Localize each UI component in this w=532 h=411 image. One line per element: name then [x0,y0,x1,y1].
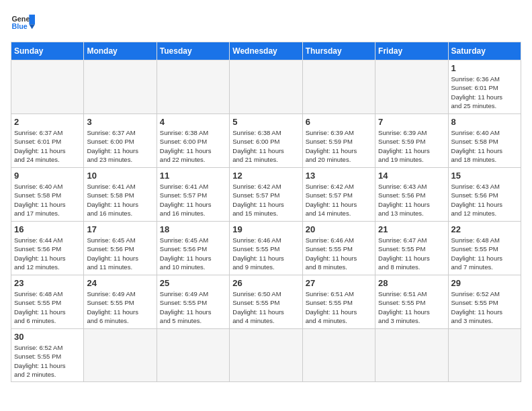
day-info: Sunrise: 6:39 AM Sunset: 5:59 PM Dayligh… [378,128,445,164]
day-number: 29 [451,278,518,288]
svg-text:Blue: Blue [11,22,27,30]
calendar-cell: 28Sunrise: 6:51 AM Sunset: 5:55 PM Dayli… [375,275,448,329]
day-number: 16 [14,224,81,234]
calendar-cell: 8Sunrise: 6:40 AM Sunset: 5:58 PM Daylig… [448,114,521,168]
calendar-cell: 9Sunrise: 6:40 AM Sunset: 5:58 PM Daylig… [11,168,84,222]
calendar-cell: 19Sunrise: 6:46 AM Sunset: 5:55 PM Dayli… [230,222,302,275]
calendar-cell: 13Sunrise: 6:42 AM Sunset: 5:57 PM Dayli… [302,168,375,222]
calendar-cell [11,60,84,114]
calendar-cell: 22Sunrise: 6:48 AM Sunset: 5:55 PM Dayli… [448,222,521,275]
day-info: Sunrise: 6:46 AM Sunset: 5:55 PM Dayligh… [306,236,372,271]
day-info: Sunrise: 6:51 AM Sunset: 5:55 PM Dayligh… [378,289,445,325]
calendar-cell: 20Sunrise: 6:46 AM Sunset: 5:55 PM Dayli… [302,222,375,275]
day-header-thursday: Thursday [302,42,375,60]
calendar-cell: 5Sunrise: 6:38 AM Sunset: 6:00 PM Daylig… [230,114,302,168]
day-number: 10 [87,171,153,181]
day-info: Sunrise: 6:43 AM Sunset: 5:56 PM Dayligh… [378,182,445,218]
calendar-cell: 24Sunrise: 6:49 AM Sunset: 5:55 PM Dayli… [84,275,157,329]
day-info: Sunrise: 6:38 AM Sunset: 6:00 PM Dayligh… [160,128,226,164]
day-number: 18 [160,224,226,234]
day-header-saturday: Saturday [448,42,521,60]
week-row-3: 9Sunrise: 6:40 AM Sunset: 5:58 PM Daylig… [11,168,521,222]
calendar-cell: 17Sunrise: 6:45 AM Sunset: 5:56 PM Dayli… [84,222,157,275]
day-header-tuesday: Tuesday [157,42,229,60]
day-header-sunday: Sunday [11,42,84,60]
day-header-monday: Monday [84,42,157,60]
day-number: 12 [232,171,299,181]
day-number: 1 [451,63,518,73]
calendar-cell: 16Sunrise: 6:44 AM Sunset: 5:56 PM Dayli… [11,222,84,275]
calendar-cell [375,60,448,114]
day-number: 17 [87,224,153,234]
day-header-friday: Friday [375,42,448,60]
day-info: Sunrise: 6:46 AM Sunset: 5:55 PM Dayligh… [232,236,299,271]
week-row-6: 30Sunrise: 6:52 AM Sunset: 5:55 PM Dayli… [11,329,521,382]
day-info: Sunrise: 6:48 AM Sunset: 5:55 PM Dayligh… [14,289,81,325]
page-header: General Blue [11,11,521,35]
week-row-4: 16Sunrise: 6:44 AM Sunset: 5:56 PM Dayli… [11,222,521,275]
day-number: 9 [14,171,81,181]
day-info: Sunrise: 6:37 AM Sunset: 6:01 PM Dayligh… [14,128,81,164]
day-number: 20 [306,224,372,234]
calendar-cell [230,60,302,114]
day-info: Sunrise: 6:36 AM Sunset: 6:01 PM Dayligh… [451,75,518,110]
calendar-cell: 25Sunrise: 6:49 AM Sunset: 5:55 PM Dayli… [157,275,229,329]
day-number: 14 [378,171,445,181]
day-number: 11 [160,171,226,181]
day-number: 8 [451,117,518,127]
day-number: 19 [232,224,299,234]
calendar-cell [302,329,375,382]
calendar-cell: 12Sunrise: 6:42 AM Sunset: 5:57 PM Dayli… [230,168,302,222]
day-info: Sunrise: 6:45 AM Sunset: 5:56 PM Dayligh… [87,236,153,271]
day-number: 25 [160,278,226,288]
svg-marker-2 [29,15,35,24]
calendar-cell: 23Sunrise: 6:48 AM Sunset: 5:55 PM Dayli… [11,275,84,329]
day-number: 28 [378,278,445,288]
day-info: Sunrise: 6:39 AM Sunset: 5:59 PM Dayligh… [306,128,372,164]
day-number: 23 [14,278,81,288]
calendar-table: SundayMondayTuesdayWednesdayThursdayFrid… [11,42,521,382]
day-number: 30 [14,332,81,342]
day-number: 22 [451,224,518,234]
calendar-cell: 27Sunrise: 6:51 AM Sunset: 5:55 PM Dayli… [302,275,375,329]
calendar-cell: 4Sunrise: 6:38 AM Sunset: 6:00 PM Daylig… [157,114,229,168]
calendar-cell: 1Sunrise: 6:36 AM Sunset: 6:01 PM Daylig… [448,60,521,114]
day-info: Sunrise: 6:42 AM Sunset: 5:57 PM Dayligh… [232,182,299,218]
calendar-cell [84,60,157,114]
week-row-2: 2Sunrise: 6:37 AM Sunset: 6:01 PM Daylig… [11,114,521,168]
calendar-cell: 18Sunrise: 6:45 AM Sunset: 5:56 PM Dayli… [157,222,229,275]
day-info: Sunrise: 6:52 AM Sunset: 5:55 PM Dayligh… [451,289,518,325]
calendar-cell: 10Sunrise: 6:41 AM Sunset: 5:58 PM Dayli… [84,168,157,222]
day-info: Sunrise: 6:51 AM Sunset: 5:55 PM Dayligh… [306,289,372,325]
day-info: Sunrise: 6:47 AM Sunset: 5:55 PM Dayligh… [378,236,445,271]
day-number: 15 [451,171,518,181]
day-header-wednesday: Wednesday [230,42,302,60]
day-number: 7 [378,117,445,127]
day-number: 4 [160,117,226,127]
day-number: 5 [232,117,299,127]
calendar-cell: 26Sunrise: 6:50 AM Sunset: 5:55 PM Dayli… [230,275,302,329]
day-info: Sunrise: 6:41 AM Sunset: 5:57 PM Dayligh… [160,182,226,218]
day-number: 6 [306,117,372,127]
day-number: 24 [87,278,153,288]
calendar-cell: 2Sunrise: 6:37 AM Sunset: 6:01 PM Daylig… [11,114,84,168]
logo-icon: General Blue [11,11,35,35]
calendar-cell [302,60,375,114]
day-info: Sunrise: 6:43 AM Sunset: 5:56 PM Dayligh… [451,182,518,218]
day-number: 26 [232,278,299,288]
svg-marker-3 [29,24,35,29]
calendar-cell: 15Sunrise: 6:43 AM Sunset: 5:56 PM Dayli… [448,168,521,222]
calendar-cell: 29Sunrise: 6:52 AM Sunset: 5:55 PM Dayli… [448,275,521,329]
calendar-cell [448,329,521,382]
calendar-cell: 7Sunrise: 6:39 AM Sunset: 5:59 PM Daylig… [375,114,448,168]
day-info: Sunrise: 6:38 AM Sunset: 6:00 PM Dayligh… [232,128,299,164]
calendar-cell [84,329,157,382]
calendar-cell: 11Sunrise: 6:41 AM Sunset: 5:57 PM Dayli… [157,168,229,222]
calendar-cell: 21Sunrise: 6:47 AM Sunset: 5:55 PM Dayli… [375,222,448,275]
day-number: 2 [14,117,81,127]
calendar-cell: 14Sunrise: 6:43 AM Sunset: 5:56 PM Dayli… [375,168,448,222]
week-row-5: 23Sunrise: 6:48 AM Sunset: 5:55 PM Dayli… [11,275,521,329]
day-info: Sunrise: 6:40 AM Sunset: 5:58 PM Dayligh… [451,128,518,164]
calendar-cell: 6Sunrise: 6:39 AM Sunset: 5:59 PM Daylig… [302,114,375,168]
calendar-cell: 30Sunrise: 6:52 AM Sunset: 5:55 PM Dayli… [11,329,84,382]
